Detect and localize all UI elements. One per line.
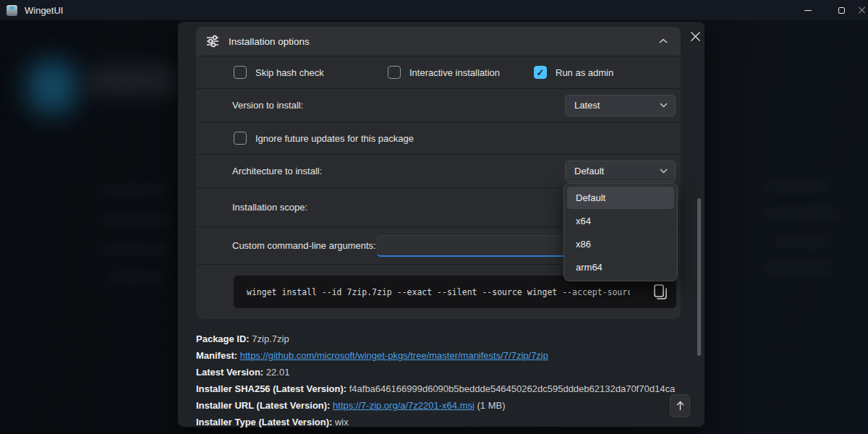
detail-value: 22.01 [266,367,290,378]
close-window-button[interactable] [858,0,868,20]
version-selected-value: Latest [574,100,600,111]
installation-options-header[interactable]: Installation options [196,27,681,56]
architecture-dropdown-menu: Default x64 x86 arm64 [563,183,678,281]
package-details-dialog: Installation options Skip hash check Int… [177,21,705,427]
app-title: WingetUI [25,5,63,16]
checkbox-label: Run as admin [556,67,613,78]
maximize-icon [838,7,845,14]
version-row: Version to install: Latest [196,89,681,122]
titlebar: WingetUI [0,0,868,20]
checkbox-unchecked [388,66,401,79]
architecture-selected-value: Default [574,166,604,176]
menu-item-arm64[interactable]: arm64 [567,256,674,278]
architecture-dropdown[interactable]: Default [565,161,676,182]
detail-label: Latest Version: [196,367,263,378]
run-as-admin-checkbox[interactable]: ✓ Run as admin [534,66,613,79]
detail-line: Installer SHA256 (Latest Version): f4afb… [196,380,675,397]
detail-line: Installer URL (Latest Version): https://… [196,397,675,414]
detail-label: Package ID: [196,333,250,344]
skip-hash-check-checkbox[interactable]: Skip hash check [234,66,324,79]
installer-size: (1 MB) [477,400,506,411]
chevron-down-icon [660,169,668,174]
manifest-link[interactable]: https://github.com/microsoft/winget-pkgs… [240,350,548,361]
detail-label: Installer SHA256 (Latest Version): [196,383,346,394]
checkbox-unchecked [234,66,247,79]
window-controls [791,0,868,20]
winget-command-text: winget install --id 7zip.7zip --exact --… [247,287,630,297]
scroll-to-top-button[interactable] [670,394,690,417]
detail-line: Latest Version: 22.01 [196,364,675,380]
detail-line: Package ID: 7zip.7zip [196,331,675,347]
close-icon [858,6,868,14]
package-details: Package ID: 7zip.7zip Manifest: https://… [196,331,675,430]
checkbox-checked: ✓ [534,66,547,79]
installer-url-link[interactable]: https://7-zip.org/a/7z2201-x64.msi [333,400,475,411]
checkbox-label: Skip hash check [255,67,324,78]
close-icon [690,31,701,42]
detail-line: Installer Type (Latest Version): wix [196,414,675,430]
app-icon [7,5,17,16]
architecture-label: Architecture to install: [232,166,322,176]
chevron-down-icon [660,103,668,108]
minimize-icon [804,10,812,11]
version-dropdown[interactable]: Latest [565,95,676,116]
menu-item-x86[interactable]: x86 [567,233,674,255]
arrow-up-icon [676,401,685,412]
checkbox-label: Ignore future updates for this package [255,133,414,144]
collapse-chevron-up-icon[interactable] [659,38,668,44]
dialog-scrollbar[interactable] [697,198,701,356]
detail-line: Manifest: https://github.com/microsoft/w… [196,347,675,364]
detail-label: Installer URL (Latest Version): [196,400,330,411]
detail-label: Installer Type (Latest Version): [196,417,332,427]
detail-value: wix [335,417,349,427]
detail-value: f4afba646166999d6090b5beddde546450262dc5… [349,383,675,394]
checkbox-row: Skip hash check Interactive installation… [196,56,681,88]
dialog-close-button[interactable] [684,25,706,47]
version-label: Version to install: [232,100,303,111]
scope-label: Installation scope: [232,202,307,213]
detail-value: 7zip.7zip [252,333,289,344]
menu-item-default[interactable]: Default [567,187,674,209]
copy-icon [653,284,668,301]
installation-options-title: Installation options [229,36,310,47]
interactive-installation-checkbox[interactable]: Interactive installation [388,66,500,79]
maximize-button[interactable] [825,0,858,20]
minimize-button[interactable] [791,0,825,20]
checkbox-unchecked [234,132,247,145]
menu-item-x64[interactable]: x64 [567,210,674,232]
custom-args-label: Custom command-line arguments: [232,240,376,251]
options-sliders-icon [205,34,220,48]
detail-label: Manifest: [196,350,237,361]
copy-command-button[interactable] [653,284,668,301]
checkbox-label: Interactive installation [409,67,500,78]
app-window: WingetUI [0,0,868,434]
ignore-updates-row: Ignore future updates for this package [196,122,681,154]
ignore-updates-checkbox[interactable]: Ignore future updates for this package [234,132,414,145]
